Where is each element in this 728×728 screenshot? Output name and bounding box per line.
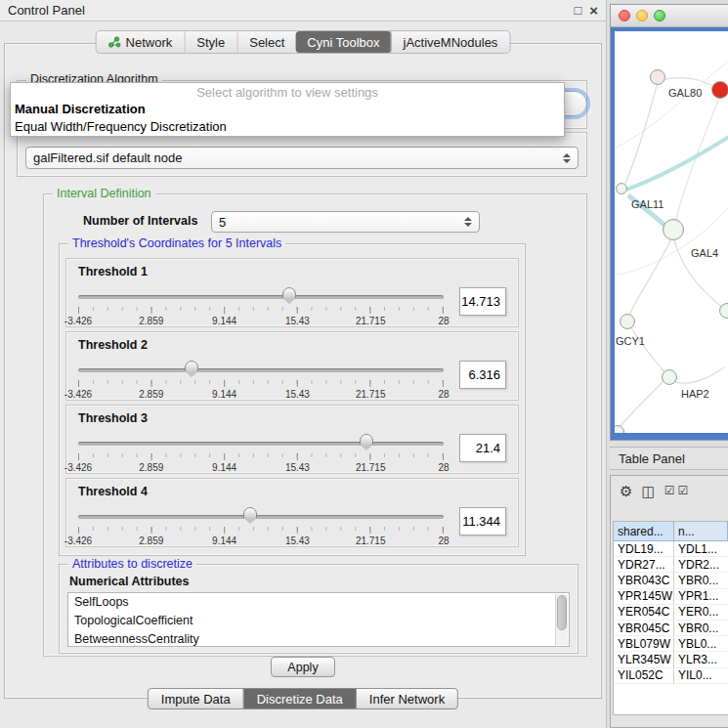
- table-cell[interactable]: YBL079W: [614, 636, 674, 652]
- tab-discretize-data[interactable]: Discretize Data: [243, 688, 357, 709]
- network-window-titlebar: [611, 5, 728, 27]
- tab-select[interactable]: Select: [236, 31, 296, 53]
- table-row[interactable]: YBR043CYBR0...: [614, 573, 728, 588]
- columns-icon[interactable]: ◫: [641, 484, 655, 498]
- table-cell[interactable]: YPR1...: [674, 589, 728, 605]
- table-cell[interactable]: YIL0...: [674, 668, 728, 684]
- table-cell[interactable]: YIL052C: [614, 668, 674, 684]
- threshold-3-panel: Threshold 3 -3.4262.8599.14415.4321.7152…: [65, 405, 519, 474]
- table-cell[interactable]: YDL19...: [614, 541, 674, 557]
- table-cell[interactable]: YBR0...: [674, 573, 728, 588]
- zoom-traffic-light[interactable]: [654, 10, 665, 21]
- checkbox-icon[interactable]: ☑: [677, 484, 688, 498]
- list-scrollbar[interactable]: [555, 594, 568, 645]
- table-row[interactable]: YDL19...YDL1...: [614, 541, 728, 557]
- popup-item-manual-discretization[interactable]: Manual Discretization: [11, 101, 564, 118]
- list-item-topologicalcoefficient[interactable]: TopologicalCoefficient: [68, 612, 569, 630]
- list-item-selfloops[interactable]: SelfLoops: [68, 593, 569, 612]
- slider-track[interactable]: [78, 515, 444, 519]
- control-panel-titlebar: Control Panel □ ×: [0, 0, 606, 21]
- table-row[interactable]: YIL052CYIL0...: [614, 668, 728, 684]
- table-row[interactable]: YDR27...YDR2...: [614, 557, 728, 573]
- network-canvas[interactable]: GAL80GAL11GAL4GCY1HAP2: [615, 31, 728, 433]
- table-cell[interactable]: YPR145W: [614, 589, 674, 605]
- attributes-to-discretize-group: Attributes to discretize Numerical Attri…: [59, 564, 578, 654]
- network-node[interactable]: [719, 303, 728, 319]
- number-of-intervals-combobox[interactable]: 5: [211, 211, 480, 233]
- tab-jactivemnodules[interactable]: jActiveMNodules: [391, 31, 510, 53]
- threshold-1-slider[interactable]: [78, 287, 444, 305]
- gear-icon[interactable]: ⚙: [620, 484, 632, 498]
- table-row[interactable]: YBR045CYBR0...: [614, 621, 728, 636]
- apply-button[interactable]: Apply: [271, 657, 335, 677]
- slider-thumb[interactable]: [282, 287, 296, 299]
- algorithm-placeholder-item: Select algorithm to view settings: [11, 83, 564, 101]
- tab-jactivemnodules-label: jActiveMNodules: [404, 35, 498, 50]
- slider-track[interactable]: [78, 368, 444, 372]
- table-cell[interactable]: YER0...: [674, 605, 728, 621]
- list-item-betweennesscentrality[interactable]: BetweennessCentrality: [68, 630, 569, 647]
- table-cell[interactable]: YBL0...: [674, 636, 728, 652]
- network-node[interactable]: [616, 183, 627, 194]
- minimize-traffic-light[interactable]: [636, 10, 648, 21]
- table-cell[interactable]: YBR043C: [614, 573, 674, 588]
- table-header-row: shared... n...: [614, 522, 728, 541]
- threshold-1-value-field[interactable]: 14.713: [459, 287, 506, 316]
- table-panel-header: Table Panel: [610, 447, 728, 470]
- scale-label: 9.144: [212, 389, 236, 400]
- threshold-2-value-field[interactable]: 6.316: [459, 361, 506, 389]
- slider-thumb[interactable]: [243, 507, 257, 519]
- table-cell[interactable]: YER054C: [614, 605, 674, 621]
- control-panel-title: Control Panel: [8, 3, 85, 18]
- checkbox-icon[interactable]: ☑: [664, 484, 675, 498]
- thresholds-group: Threshold's Coordinates for 5 Intervals …: [59, 243, 526, 556]
- table-row[interactable]: YLR345WYLR3...: [614, 652, 728, 667]
- table-row[interactable]: YPR145WYPR1...: [614, 589, 728, 605]
- network-node[interactable]: [662, 369, 677, 385]
- network-node[interactable]: [620, 314, 635, 329]
- scale-label: 21.715: [356, 462, 386, 473]
- table-row[interactable]: YBL079WYBL0...: [614, 636, 728, 652]
- table-cell[interactable]: YLR3...: [674, 652, 728, 667]
- slider-thumb[interactable]: [360, 434, 373, 446]
- float-window-icon[interactable]: □: [574, 4, 581, 17]
- network-node[interactable]: [663, 219, 684, 240]
- column-header-name[interactable]: n...: [674, 522, 728, 541]
- combo-stepper-icon: [464, 217, 472, 227]
- table-data-combobox[interactable]: galFiltered.sif default node: [25, 147, 578, 169]
- node-table: shared... n... YDL19...YDL1... YDR27...Y…: [613, 521, 728, 715]
- number-of-intervals-label: Number of Intervals: [83, 214, 197, 228]
- slider-track[interactable]: [78, 295, 444, 299]
- threshold-3-slider[interactable]: [78, 434, 444, 451]
- network-node[interactable]: [650, 69, 665, 85]
- table-cell[interactable]: YBR045C: [614, 621, 674, 636]
- slider-thumb[interactable]: [185, 361, 198, 372]
- close-window-icon[interactable]: ×: [589, 4, 598, 17]
- tab-style[interactable]: Style: [184, 31, 236, 53]
- slider-ticks: [78, 380, 444, 387]
- tab-cyni-toolbox[interactable]: Cyni Toolbox: [295, 31, 391, 53]
- interval-definition-group-title: Interval Definition: [53, 187, 155, 200]
- popup-item-equal-width-frequency[interactable]: Equal Width/Frequency Discretization: [11, 118, 564, 136]
- table-row[interactable]: YER054CYER0...: [614, 605, 728, 621]
- threshold-4-value-field[interactable]: 11.344: [459, 507, 506, 535]
- table-cell[interactable]: YDR27...: [614, 557, 674, 573]
- tab-infer-network[interactable]: Infer Network: [356, 688, 458, 709]
- slider-scale: -3.4262.8599.14415.4321.71528: [78, 316, 444, 328]
- table-cell[interactable]: YDL1...: [674, 541, 728, 557]
- scrollbar-thumb[interactable]: [557, 595, 567, 630]
- threshold-2-panel: Threshold 2 -3.4262.8599.14415.4321.7152…: [65, 331, 519, 401]
- scale-label: 9.144: [212, 535, 236, 546]
- network-node[interactable]: [711, 81, 728, 99]
- tab-network[interactable]: Network: [97, 31, 185, 53]
- slider-track[interactable]: [78, 442, 444, 446]
- table-cell[interactable]: YLR345W: [614, 652, 674, 667]
- column-header-shared-name[interactable]: shared...: [614, 522, 674, 541]
- threshold-3-value-field[interactable]: 21.4: [459, 434, 506, 462]
- tab-impute-data[interactable]: Impute Data: [148, 688, 244, 709]
- threshold-2-slider[interactable]: [78, 361, 444, 378]
- threshold-4-slider[interactable]: [78, 507, 444, 525]
- table-cell[interactable]: YBR0...: [674, 621, 728, 636]
- table-cell[interactable]: YDR2...: [674, 557, 728, 573]
- close-traffic-light[interactable]: [619, 10, 630, 21]
